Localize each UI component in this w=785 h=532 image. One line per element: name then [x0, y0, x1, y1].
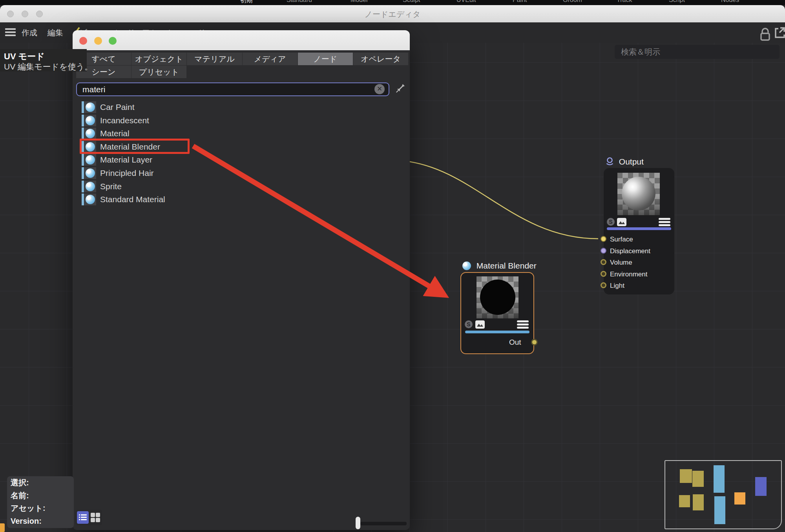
node-menu-icon[interactable] — [659, 218, 670, 227]
thumbnail-size-slider-track[interactable] — [360, 522, 407, 525]
tooltip-title: UV モード — [4, 51, 45, 62]
output-node[interactable]: S SurfaceDisplacementVolumeEnvironmentLi… — [604, 168, 674, 294]
pin-icon[interactable] — [395, 81, 406, 95]
item-label: Principled Hair — [100, 168, 154, 178]
solo-icon[interactable]: S — [465, 320, 473, 328]
output-node-bar — [607, 227, 671, 230]
material-blender-preview — [476, 276, 518, 318]
minimize-popup-icon[interactable] — [94, 37, 102, 45]
list-item[interactable]: Material — [73, 127, 410, 140]
background-icon-fragment — [0, 523, 5, 532]
node-search-input[interactable]: materi — [76, 82, 389, 96]
info-panel: 選択: 名前: アセット: Version: — [7, 476, 74, 528]
info-row-selection: 選択: — [7, 476, 74, 489]
editor-search-placeholder: 検索＆明示 — [615, 45, 780, 59]
workspace-tab[interactable]: Script — [669, 0, 685, 4]
list-item[interactable]: Sprite — [73, 180, 410, 193]
uv-mode-tooltip: UV モード UV 編集モードを使う。 — [0, 49, 87, 71]
minimap-node-block — [734, 492, 745, 505]
list-item[interactable]: Car Paint — [73, 101, 410, 113]
tab-preset[interactable]: プリセット — [131, 66, 186, 78]
output-node-title[interactable]: Output — [606, 157, 644, 166]
list-view-icon[interactable] — [77, 511, 89, 524]
workspace-tab[interactable]: Groom — [563, 0, 582, 4]
node-sphere-icon — [84, 181, 96, 192]
item-accent-bar — [82, 194, 84, 205]
material-blender-node-bar — [465, 331, 529, 333]
workspace-tab[interactable]: Track — [617, 0, 632, 4]
node-sphere-icon — [84, 128, 96, 139]
minimap-node-block — [714, 496, 725, 524]
grid-view-icon[interactable] — [89, 511, 101, 524]
port-label: Displacement — [610, 247, 650, 255]
list-item[interactable]: Incandescent — [73, 114, 410, 127]
menu-create[interactable]: 作成 — [22, 27, 37, 38]
lock-icon[interactable] — [760, 27, 770, 43]
minimap-node-block — [693, 494, 704, 510]
node-sphere-icon — [84, 167, 96, 179]
list-item[interactable]: Material Layer — [73, 154, 410, 166]
clear-search-icon[interactable]: ✕ — [374, 84, 385, 94]
item-label: Material — [100, 129, 130, 138]
workspace-tab[interactable]: Standard — [287, 0, 312, 4]
open-in-new-window-icon[interactable] — [774, 26, 785, 40]
workspace-tab-strip: 初期StandardModelSculptUVEditPaintGroomTra… — [0, 0, 785, 5]
material-ball-icon — [606, 157, 614, 166]
node-search-value: materi — [77, 83, 389, 95]
workspace-tab[interactable]: Paint — [513, 0, 527, 4]
node-sphere-icon — [84, 115, 96, 126]
list-item[interactable]: Principled Hair — [73, 167, 410, 179]
item-accent-bar — [82, 115, 84, 126]
material-blender-node[interactable]: S Out — [460, 272, 534, 354]
image-icon[interactable] — [617, 218, 626, 228]
node-sphere-icon — [84, 101, 96, 113]
port-dot[interactable] — [601, 259, 606, 265]
tab-media[interactable]: メディア — [243, 53, 298, 65]
out-port-label: Out — [509, 338, 521, 347]
workspace-tab[interactable]: Sculpt — [403, 0, 420, 4]
item-label: Standard Material — [100, 195, 165, 204]
node-sphere-icon — [462, 261, 471, 270]
popup-titlebar — [73, 30, 410, 50]
zoom-popup-icon[interactable] — [109, 37, 117, 45]
material-blender-node-title[interactable]: Material Blender — [462, 261, 537, 271]
port-dot[interactable] — [601, 282, 606, 288]
info-row-asset: アセット: — [7, 502, 74, 515]
port-dot[interactable] — [601, 236, 606, 242]
node-sphere-icon — [84, 154, 96, 166]
tab-operator[interactable]: オペレータ — [353, 53, 408, 65]
item-accent-bar — [82, 181, 84, 192]
minimap-node-block — [692, 471, 704, 487]
workspace-tab[interactable]: 初期 — [240, 0, 253, 5]
image-icon[interactable] — [475, 320, 485, 330]
port-dot[interactable] — [601, 248, 606, 254]
view-toggle — [75, 510, 102, 525]
highlight-box-annotation — [80, 139, 190, 154]
solo-icon[interactable]: S — [607, 218, 615, 226]
out-port[interactable] — [531, 339, 538, 346]
editor-search-input[interactable]: 検索＆明示 — [615, 45, 780, 59]
hamburger-menu-icon[interactable] — [5, 28, 16, 36]
minimap[interactable] — [665, 460, 782, 529]
tab-node[interactable]: ノード — [298, 53, 353, 65]
tab-object[interactable]: オブジェクト — [131, 53, 186, 65]
menu-edit[interactable]: 編集 — [47, 27, 63, 38]
asset-search-popup: すべて オブジェクト マテリアル メディア ノード オペレータ シーン プリセッ… — [73, 30, 410, 530]
node-menu-icon[interactable] — [517, 320, 529, 330]
thumbnail-size-slider-handle[interactable] — [356, 517, 360, 529]
item-accent-bar — [82, 167, 84, 179]
item-label: Material Layer — [100, 155, 152, 165]
metal-sphere-preview — [622, 177, 655, 210]
minimap-node-block — [755, 477, 767, 496]
port-dot[interactable] — [601, 271, 606, 277]
window-title: ノードエディタ — [0, 9, 785, 20]
workspace-tab[interactable]: Model — [351, 0, 368, 4]
list-item[interactable]: Standard Material — [73, 193, 410, 206]
close-popup-icon[interactable] — [79, 37, 87, 45]
workspace-tab[interactable]: UVEdit — [456, 0, 476, 4]
tab-material[interactable]: マテリアル — [187, 53, 242, 65]
workspace-tab[interactable]: Nodes — [721, 0, 739, 4]
minimap-node-block — [714, 465, 725, 493]
info-row-name: 名前: — [7, 489, 74, 502]
info-row-version: Version: — [7, 515, 74, 528]
